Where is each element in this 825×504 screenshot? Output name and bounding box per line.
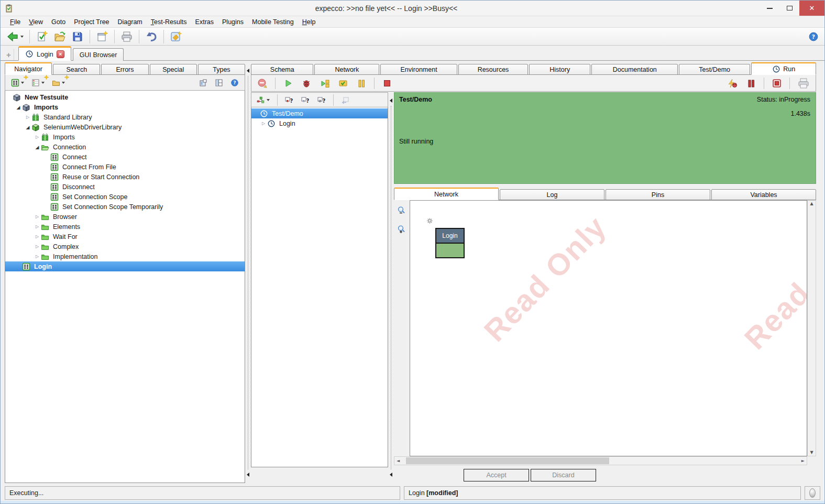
login-node-header[interactable]: Login	[436, 229, 464, 243]
expander-open-icon[interactable]: ◢	[15, 105, 22, 110]
tree-item-set-connection-scope-temporarily[interactable]: Set Connection Scope Temporarily	[5, 202, 245, 212]
network-view-button[interactable]	[254, 94, 272, 106]
tab-result-network[interactable]: Network	[394, 188, 499, 200]
expander-open-icon[interactable]: ◢	[34, 145, 41, 150]
expander-closed-icon[interactable]: ▷	[34, 224, 41, 229]
tree-item-implementation[interactable]: ▷ Implementation	[5, 251, 245, 261]
check-suite-button[interactable]	[33, 29, 51, 45]
scroll-down-icon[interactable]: ▼	[810, 451, 813, 455]
find-skipped-step-button[interactable]: ?	[315, 94, 328, 106]
menu-view[interactable]: View	[25, 17, 47, 27]
dropdown-icon[interactable]	[62, 82, 65, 84]
tree-item-browser[interactable]: ▷ Browser	[5, 212, 245, 222]
run-button[interactable]	[280, 76, 296, 90]
tab-result-log[interactable]: Log	[500, 189, 604, 200]
menu-extras[interactable]: Extras	[191, 17, 218, 27]
tree-item-wait-for[interactable]: ▷ Wait For	[5, 232, 245, 242]
navigator-help-button[interactable]	[228, 77, 241, 89]
tab-result-pins[interactable]: Pins	[606, 189, 710, 200]
tree-item-standard-library[interactable]: ▷ Standard Library	[5, 112, 245, 122]
tree-item-login[interactable]: Login	[5, 261, 245, 271]
new-testcase-button[interactable]	[8, 77, 27, 89]
settings-button[interactable]	[167, 29, 185, 45]
tree-item-elements[interactable]: ▷ Elements	[5, 222, 245, 232]
vertical-scrollbar[interactable]: ▲ ▼	[807, 200, 816, 456]
tree-item-connection[interactable]: ◢ Connection	[5, 142, 245, 152]
stop-execution-button[interactable]	[769, 76, 785, 90]
tab-navigator[interactable]: Navigator	[5, 62, 52, 75]
open-button[interactable]	[51, 29, 69, 45]
menu-project-tree[interactable]: Project Tree	[70, 17, 113, 27]
print-button[interactable]	[118, 29, 136, 45]
menu-help[interactable]: Help	[298, 17, 320, 27]
scrollbar-thumb[interactable]	[406, 457, 609, 464]
activity-item-login[interactable]: ▷ Login	[251, 118, 388, 128]
menu-test-results[interactable]: Test-Results	[147, 17, 191, 27]
print-report-button[interactable]	[795, 75, 812, 91]
zoom-in-button[interactable]	[394, 223, 409, 236]
pause-button[interactable]	[354, 76, 369, 90]
back-dropdown-icon[interactable]	[20, 36, 24, 38]
tab-network[interactable]: Network	[314, 64, 379, 75]
new-window-button[interactable]	[93, 29, 111, 45]
horizontal-scrollbar[interactable]: ◄ ►	[394, 456, 807, 465]
tree-item-disconnect[interactable]: Disconnect	[5, 182, 245, 192]
scroll-up-icon[interactable]: ▲	[810, 202, 813, 206]
tab-history[interactable]: History	[529, 64, 590, 75]
login-node-body[interactable]	[436, 243, 464, 257]
tree-item-connect-from-file[interactable]: Connect From File	[5, 162, 245, 172]
tab-gui-browser[interactable]: GUI Browser	[73, 48, 124, 61]
tree-item-new-testsuite[interactable]: New Testsuite	[5, 92, 245, 102]
tree-item-imports-2[interactable]: ▷ Imports	[5, 132, 245, 142]
tab-search[interactable]: Search	[53, 64, 100, 75]
stop-button[interactable]	[379, 76, 395, 90]
clear-results-button[interactable]	[255, 76, 270, 90]
expander-open-icon[interactable]: ◢	[24, 125, 31, 130]
expander-closed-icon[interactable]: ▷	[34, 234, 41, 239]
tree-item-reuse-or-start-connection[interactable]: Reuse or Start Connection	[5, 172, 245, 182]
save-button[interactable]	[69, 29, 86, 45]
scroll-right-icon[interactable]: ►	[801, 459, 805, 463]
close-tab-icon[interactable]: ×	[57, 50, 64, 58]
tree-item-connect[interactable]: Connect	[5, 152, 245, 162]
scroll-left-icon[interactable]: ◄	[397, 459, 400, 463]
minimize-button[interactable]	[760, 1, 779, 16]
tree-item-imports[interactable]: ◢ Imports	[5, 102, 245, 112]
tree-item-set-connection-scope[interactable]: Set Connection Scope	[5, 192, 245, 202]
tab-types[interactable]: Types	[198, 64, 245, 75]
zoom-out-button[interactable]	[394, 204, 409, 217]
menu-diagram[interactable]: Diagram	[114, 17, 147, 27]
new-list-button[interactable]	[29, 77, 47, 89]
run-with-report-button[interactable]	[335, 76, 351, 90]
discard-button[interactable]: Discard	[531, 469, 596, 481]
tab-environment[interactable]: Environment	[380, 64, 457, 75]
schema-splitter[interactable]	[388, 92, 394, 483]
back-button[interactable]	[4, 29, 26, 45]
pause-execution-button[interactable]	[743, 76, 759, 90]
dropdown-icon[interactable]	[267, 99, 270, 101]
menu-goto[interactable]: Goto	[47, 17, 70, 27]
find-step-button[interactable]: ?	[299, 94, 312, 106]
step-button[interactable]	[317, 76, 333, 90]
tab-resources[interactable]: Resources	[458, 64, 528, 75]
expander-closed-icon[interactable]: ▷	[24, 115, 31, 119]
expander-closed-icon[interactable]: ▷	[34, 244, 41, 249]
expander-closed-icon[interactable]: ▷	[34, 254, 41, 259]
close-button[interactable]: ✕	[799, 1, 824, 16]
tab-result-variables[interactable]: Variables	[711, 189, 816, 200]
float-view-button[interactable]	[196, 77, 210, 89]
activity-item-test-demo[interactable]: Test/Demo	[251, 108, 388, 118]
tab-documentation[interactable]: Documentation	[591, 64, 678, 75]
layout-view-button[interactable]	[212, 77, 226, 89]
login-node[interactable]: Login	[435, 228, 465, 258]
network-canvas[interactable]: Read Only Read Only Login	[410, 200, 807, 456]
maximize-button[interactable]	[779, 1, 799, 16]
tree-item-selenium-library[interactable]: ◢ SeleniumWebDriverLibrary	[5, 122, 245, 132]
tab-schema[interactable]: Schema	[251, 64, 313, 75]
new-folder-button[interactable]	[49, 77, 68, 89]
tab-run[interactable]: Run	[751, 62, 816, 75]
tab-test-demo[interactable]: Test/Demo	[679, 64, 750, 75]
tab-login[interactable]: Login ×	[18, 46, 71, 61]
debug-breakpoint-button[interactable]	[725, 76, 741, 90]
tree-item-complex[interactable]: ▷ Complex	[5, 242, 245, 251]
